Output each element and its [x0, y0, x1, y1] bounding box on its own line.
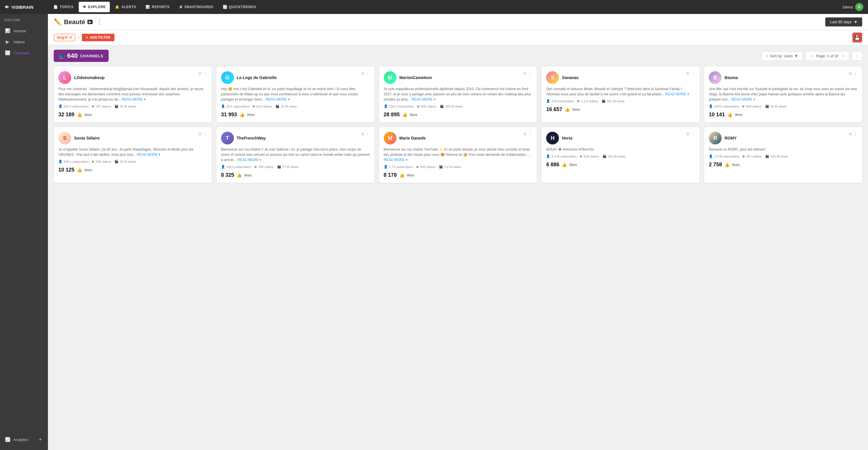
avatar: B	[709, 71, 721, 84]
date-label: Last 90 days	[830, 20, 851, 24]
card-action-icon-1[interactable]: ⊞	[849, 132, 852, 136]
filter-tag-label: lang:fr	[57, 35, 68, 39]
likes-count: 31 993	[221, 112, 237, 118]
card-more-icon[interactable]: ⋮	[203, 132, 207, 136]
card-likes: 31 993 👍 likes	[221, 112, 370, 118]
nav-alerts[interactable]: 🔔 ALERTS	[111, 2, 140, 12]
card-action-icon-1[interactable]: ⊞	[361, 132, 364, 136]
card-action-icon-1[interactable]: ⊞	[524, 71, 527, 76]
filter-remove-icon[interactable]: ×	[69, 35, 72, 40]
card-more-icon[interactable]: ⋮	[203, 71, 207, 76]
subscribers-stat: 👤 105 k subscribers	[58, 159, 89, 163]
card-more-icon[interactable]: ⋮	[366, 132, 370, 136]
card-more-icon[interactable]: ⋮	[854, 132, 858, 136]
nav-topics[interactable]: 📄 TOPICS	[50, 2, 78, 12]
nav-quicktrends[interactable]: 📈 QUICKTRENDS	[219, 2, 260, 12]
card-more-icon[interactable]: ⋮	[366, 71, 370, 76]
channel-card[interactable]: M MarionCameleon ⊞ ⋮ Je suis maquilleuse…	[379, 66, 537, 122]
card-more-icon[interactable]: ⋮	[854, 71, 858, 76]
title-more-icon[interactable]: ⋮	[96, 18, 102, 26]
channel-card[interactable]: H Horia ⊞ ⋮ BOUH. 🕷 #Horroria #OliveYou …	[541, 127, 700, 183]
next-page-button[interactable]: >	[841, 54, 845, 58]
likes-count: 28 895	[384, 112, 400, 118]
likes-icon: 👍	[561, 162, 567, 168]
card-action-icon-1[interactable]: ⊞	[361, 71, 364, 76]
card-action-icon-1[interactable]: ⊞	[686, 132, 689, 136]
card-likes: 2 758 👍 likes	[709, 161, 858, 168]
card-more-icon[interactable]: ⋮	[528, 132, 532, 136]
prev-page-button[interactable]: <	[809, 54, 814, 58]
card-more-icon[interactable]: ⋮	[691, 71, 695, 76]
read-more-link[interactable]: READ MORE ▾	[122, 97, 146, 102]
date-selector[interactable]: Last 90 days ▼	[825, 18, 862, 26]
sidebar-item-volume[interactable]: 📊 Volume	[0, 25, 48, 36]
card-actions: ⊞ ⋮	[198, 132, 207, 136]
read-more-link[interactable]: READ MORE ▾	[237, 157, 261, 162]
likes-label: likes	[569, 162, 577, 167]
videos-stat: ▶ 969 videos	[743, 104, 762, 108]
filter-tag-langfr[interactable]: lang:fr ×	[54, 34, 75, 41]
card-action-icon-1[interactable]: ⊞	[524, 132, 527, 136]
results-more-button[interactable]: ⋮	[852, 52, 862, 60]
video-icon: ▶	[92, 104, 94, 108]
likes-icon: 👍	[77, 112, 82, 117]
add-filter-label: ADD FILTER	[90, 35, 110, 39]
nav-smartboards[interactable]: 🖥 SMARTBOARDS	[175, 2, 218, 12]
read-more-link[interactable]: READ MORE ▾	[665, 92, 689, 97]
card-action-icon-1[interactable]: ⊞	[198, 132, 202, 136]
sidebar-item-analytics[interactable]: 📈 Analytics +	[0, 434, 48, 445]
brand-logo[interactable]: 👁 VISIBRAIN	[5, 5, 42, 9]
channel-card[interactable]: R ROMY ⊞ ⋮ Romane ou ROMY, pour les inti…	[704, 127, 862, 183]
read-more-link[interactable]: READ MORE ▾	[412, 97, 435, 102]
sort-button[interactable]: ↕ Sort by: Likes ▼	[762, 52, 802, 60]
views-value: 142 M views	[770, 155, 788, 158]
subscribers-value: 92 k subscribers	[226, 104, 250, 108]
views-value: 15 M views	[120, 160, 136, 163]
channel-card[interactable]: T TheFrenchWay ⊞ ⋮ Bienvenue sur ma chaî…	[216, 127, 374, 183]
channel-card[interactable]: L LOdoesmakeup ⊞ ⋮ Pour me contacter : l…	[54, 66, 212, 122]
alerts-icon: 🔔	[115, 5, 120, 9]
card-likes: 10 141 👍 likes	[709, 112, 858, 118]
channel-card[interactable]: S Sonia Sélaire ⊞ ⋮ Je m'appelle Sonia S…	[54, 127, 212, 183]
card-action-icon-1[interactable]: ⊞	[686, 71, 689, 76]
views-stat: 🎬 17 M views	[277, 165, 298, 169]
filter-dots-icon[interactable]: ⋮	[118, 35, 122, 40]
likes-label: likes	[735, 113, 743, 117]
read-more-link[interactable]: READ MORE ▾	[136, 152, 160, 157]
card-action-icon-1[interactable]: ⊞	[849, 71, 852, 76]
views-stat: 🎬 45 M views	[765, 104, 786, 108]
nav-explore[interactable]: 👁 EXPLORE	[79, 2, 110, 12]
read-more-link[interactable]: READ MORE ▾	[384, 157, 408, 162]
brand-icon: 👁	[5, 5, 9, 9]
analytics-add-icon[interactable]: +	[37, 437, 43, 443]
channel-card[interactable]: S Sananas ⊞ ⋮ Des conseils et astuces Mo…	[541, 66, 700, 122]
top-navigation: 👁 VISIBRAIN 📄 TOPICS 👁 EXPLORE 🔔 ALERTS …	[0, 0, 868, 14]
add-filter-button[interactable]: + ADD FILTER	[82, 34, 114, 41]
subscribers-icon: 👤	[384, 165, 388, 169]
sidebar-item-videos[interactable]: ▶ Videos	[0, 36, 48, 48]
read-more-link[interactable]: READ MORE ▾	[266, 97, 290, 102]
card-more-icon[interactable]: ⋮	[528, 71, 532, 76]
sort-icon: ↕	[766, 54, 768, 58]
views-icon: 🎬	[440, 104, 444, 108]
likes-count: 10 125	[58, 167, 74, 173]
likes-count: 2 758	[709, 161, 722, 168]
sidebar-item-channels[interactable]: ⬜ Channels	[0, 48, 48, 58]
nav-reports[interactable]: 📊 REPORTS	[142, 2, 174, 12]
subscribers-stat: 👤 249 k subscribers	[709, 104, 739, 108]
videos-value: 830 videos	[421, 104, 436, 108]
read-more-link[interactable]: READ MORE ▾	[732, 97, 755, 102]
channel-card[interactable]: M Marie Danede ⊞ ⋮ Bienvenue sur ma chaî…	[379, 127, 537, 183]
page-title-text: Beauté	[64, 18, 85, 26]
channel-card[interactable]: B Basma ⊞ ⋮ Une fille, qui s'est inscrit…	[704, 66, 862, 122]
avatar: T	[221, 132, 234, 145]
user-menu[interactable]: Démo D	[843, 3, 863, 11]
subscribers-stat: 👤 104 k subscribers	[221, 165, 251, 169]
card-action-icon-1[interactable]: ⊞	[198, 71, 202, 76]
card-more-icon[interactable]: ⋮	[691, 132, 695, 136]
channel-card[interactable]: G La Loge de Gabrielle ⊞ ⋮ Hey 😊 moi c'e…	[216, 66, 374, 122]
add-filter-plus-icon: +	[86, 35, 88, 39]
avatar: M	[384, 132, 397, 145]
save-search-button[interactable]: 💾	[852, 33, 862, 42]
likes-label: likes	[85, 168, 92, 172]
